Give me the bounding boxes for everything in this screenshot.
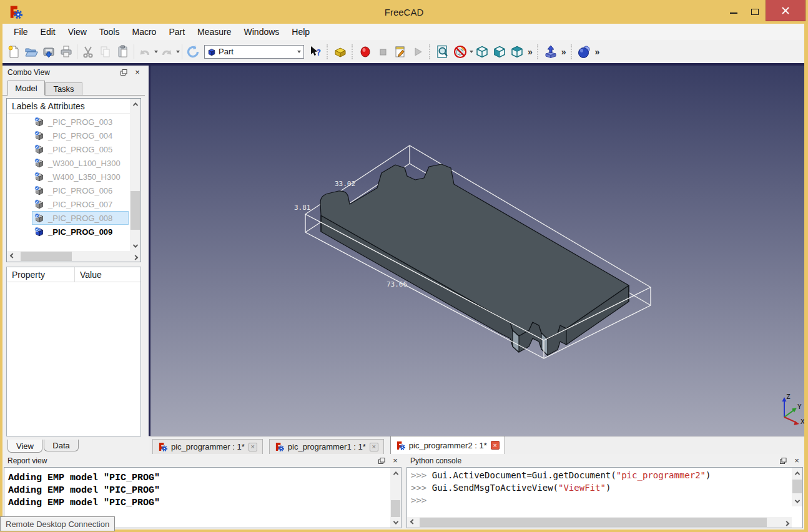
scroll-left-button[interactable] [7, 251, 17, 262]
menu-view[interactable]: View [62, 25, 93, 39]
scroll-up-button[interactable] [792, 468, 802, 478]
tab-close-icon[interactable]: × [491, 441, 500, 450]
document-tab[interactable]: pic_programmer : 1*× [152, 439, 263, 454]
view-axonometric-button[interactable] [473, 43, 491, 61]
part-cube-icon [34, 131, 44, 140]
tab-tasks[interactable]: Tasks [45, 82, 82, 96]
whats-this-button[interactable]: ? [307, 43, 324, 61]
tree-item[interactable]: _PIC_PROG_004 [7, 129, 130, 142]
macro-edit-button[interactable] [392, 43, 409, 61]
tree-horizontal-scrollbar[interactable] [7, 251, 140, 262]
python-console-float-icon[interactable] [778, 456, 788, 465]
part-box-button[interactable] [332, 43, 349, 61]
tab-close-icon[interactable]: × [370, 443, 378, 451]
3d-scene[interactable]: 33.02 3.81 73.66 Z Y X [150, 66, 804, 436]
scroll-down-button[interactable] [390, 517, 401, 528]
tree-item[interactable]: _W400_L350_H300 [7, 170, 130, 184]
tree-vertical-scrollbar[interactable] [130, 99, 140, 251]
document-tab[interactable]: pic_programmer2 : 1*× [390, 436, 505, 454]
tree-item[interactable]: _PIC_PROG_009 [7, 225, 130, 239]
workbench-cube-icon [207, 47, 216, 56]
scrollbar-thumb[interactable] [792, 480, 802, 493]
python-horizontal-scrollbar[interactable] [407, 517, 792, 528]
tab-close-icon[interactable]: × [249, 443, 257, 451]
scrollbar-thumb[interactable] [420, 518, 767, 527]
maximize-button[interactable] [746, 0, 764, 21]
view-toolbar-extension[interactable]: » [526, 47, 535, 57]
report-view-close-icon[interactable]: × [390, 456, 400, 465]
part-cube-icon [34, 172, 44, 182]
macro-record-button[interactable] [357, 43, 374, 61]
tree-item[interactable]: _PIC_PROG_005 [7, 142, 130, 156]
3d-viewport[interactable]: 33.02 3.81 73.66 Z Y X [149, 66, 804, 436]
macro-play-button[interactable] [409, 43, 426, 61]
view-top-button[interactable] [508, 43, 526, 61]
tree-item[interactable]: _W300_L100_H300 [7, 156, 130, 170]
tree-item-label: _PIC_PROG_008 [46, 213, 114, 224]
macro-stop-button[interactable] [374, 43, 392, 61]
scroll-left-button[interactable] [407, 517, 418, 528]
menu-measure[interactable]: Measure [191, 25, 237, 39]
menu-file[interactable]: File [7, 25, 34, 39]
tab-model[interactable]: Model [7, 81, 45, 96]
menu-part[interactable]: Part [162, 25, 191, 39]
part-extrude-button[interactable] [542, 43, 559, 61]
axonometric-cube-icon [475, 44, 490, 59]
tab-data[interactable]: Data [44, 440, 79, 451]
report-vertical-scrollbar[interactable] [390, 468, 401, 528]
draw-style-button[interactable] [451, 43, 469, 61]
menu-tools[interactable]: Tools [93, 25, 126, 39]
titlebar[interactable]: FreeCAD [0, 0, 808, 24]
redo-dropdown-arrow[interactable] [176, 51, 180, 53]
workbench-selector[interactable]: Part [204, 45, 304, 59]
tab-view[interactable]: View [7, 440, 42, 453]
scroll-right-button[interactable] [781, 517, 792, 528]
property-column-header[interactable]: Property [7, 267, 74, 282]
freecad-app-icon [9, 5, 22, 19]
scrollbar-thumb[interactable] [131, 191, 140, 230]
scrollbar-thumb[interactable] [21, 252, 72, 261]
open-document-button[interactable] [22, 43, 40, 61]
property-header: Property Value [7, 267, 140, 282]
menu-macro[interactable]: Macro [126, 25, 162, 39]
part-toolbar-extension[interactable]: » [559, 47, 568, 57]
solids-toolbar-extension[interactable]: » [593, 47, 602, 57]
python-console-close-icon[interactable]: × [792, 456, 802, 465]
copy-button[interactable] [97, 43, 114, 61]
scrollbar-thumb[interactable] [391, 500, 400, 518]
close-button[interactable] [766, 0, 806, 21]
tree-item[interactable]: _PIC_PROG_006 [7, 184, 130, 197]
save-icon [41, 44, 56, 59]
document-tab[interactable]: pic_programmer1 : 1*× [269, 439, 384, 454]
paste-button[interactable] [114, 43, 132, 61]
report-view-float-icon[interactable] [377, 456, 387, 465]
python-vertical-scrollbar[interactable] [792, 468, 802, 506]
menu-edit[interactable]: Edit [34, 25, 62, 39]
scroll-down-button[interactable] [130, 240, 140, 251]
view-fit-all-button[interactable] [434, 43, 451, 61]
refresh-button[interactable] [184, 43, 202, 61]
python-console-log: >>> Gui.ActiveDocument=Gui.getDocument("… [411, 469, 790, 516]
tree-item[interactable]: _PIC_PROG_003 [7, 115, 130, 129]
menu-windows[interactable]: Windows [238, 25, 286, 39]
scroll-up-button[interactable] [130, 99, 140, 109]
value-column-header[interactable]: Value [74, 267, 140, 282]
menu-help[interactable]: Help [285, 25, 316, 39]
tree-item[interactable]: _PIC_PROG_007 [7, 197, 130, 211]
tree-item[interactable]: _PIC_PROG_008 [7, 211, 130, 225]
undo-button[interactable] [136, 43, 154, 61]
python-console-content[interactable]: >>> Gui.ActiveDocument=Gui.getDocument("… [406, 467, 803, 528]
part-sphere-button[interactable] [576, 43, 593, 61]
scroll-right-button[interactable] [130, 251, 140, 262]
combo-view-close-icon[interactable]: × [132, 67, 142, 77]
scroll-down-button[interactable] [792, 496, 802, 506]
new-document-button[interactable] [5, 43, 22, 61]
save-button[interactable] [40, 43, 57, 61]
combo-view-float-icon[interactable] [119, 67, 129, 77]
redo-button[interactable] [158, 43, 175, 61]
scroll-up-button[interactable] [390, 468, 401, 478]
minimize-button[interactable] [722, 0, 746, 21]
cut-button[interactable] [79, 43, 97, 61]
print-button[interactable] [57, 43, 75, 61]
view-front-button[interactable] [491, 43, 508, 61]
